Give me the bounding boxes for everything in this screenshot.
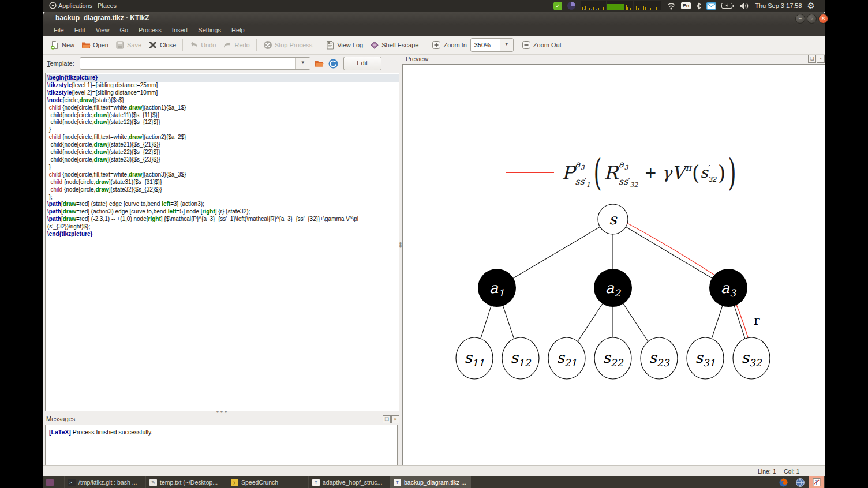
task-adaptive-hopf[interactable]: T adaptive_hopf_struc... — [308, 476, 390, 488]
system-tray: ✓ En — [553, 0, 815, 12]
node-s-label: s — [609, 211, 618, 228]
updater-check-icon[interactable]: ✓ — [553, 2, 562, 10]
undo-button[interactable]: Undo — [186, 38, 219, 52]
task-backup-diagram[interactable]: T backup_diagram.tikz ... — [390, 476, 471, 488]
template-dropdown-arrow-icon[interactable]: ▼ — [295, 58, 310, 69]
zoom-in-icon — [432, 40, 441, 50]
view-log-button[interactable]: View Log — [322, 38, 366, 52]
workspace-switcher-icon[interactable] — [46, 479, 54, 486]
menu-help[interactable]: Help — [226, 25, 250, 36]
reward-label: r — [754, 313, 760, 328]
template-toolbar: Template: ▼ Edit — [43, 55, 399, 72]
stop-process-button[interactable]: Stop Process — [260, 38, 316, 52]
tree-nodes: s a1 a2 a3 s11 s12 s21 s22 s23 s31 — [456, 204, 770, 379]
window-title: backup_diagram.tikz - KTikZ — [55, 14, 149, 22]
backup-diagram-tree: s a1 a2 a3 s11 s12 s21 s22 s23 s31 — [403, 65, 825, 466]
browse-folder-icon — [315, 59, 324, 68]
zoom-out-button[interactable]: Zoom Out — [518, 38, 565, 52]
new-button[interactable]: New — [47, 38, 78, 52]
titlebar[interactable]: backup_diagram.tikz - KTikZ – ▫ ✕ — [43, 12, 825, 25]
open-folder-icon — [81, 40, 91, 50]
preview-title: Preview — [406, 55, 428, 62]
zoom-dropdown-arrow-icon[interactable]: ▼ — [500, 39, 513, 51]
template-edit-button[interactable]: Edit — [343, 57, 381, 70]
clock-pie-icon[interactable] — [567, 2, 575, 10]
close-button[interactable]: ✕ — [818, 14, 828, 24]
taskbar: >_ /tmp/ktikz.git : bash ... ✎ temp.txt … — [43, 476, 825, 488]
redo-button[interactable]: Redo — [219, 38, 253, 52]
minimize-button[interactable]: – — [795, 14, 805, 24]
taskbar-right-icons — [776, 476, 824, 488]
latex-tag: [LaTeX] — [49, 429, 71, 436]
close-x-icon — [148, 40, 158, 50]
task-speedcrunch[interactable]: ∑ SpeedCrunch — [227, 476, 308, 488]
bluetooth-icon[interactable] — [696, 2, 701, 10]
clock[interactable]: Thu Sep 3 17:58 — [755, 2, 802, 9]
undo-arrow-icon — [189, 40, 199, 50]
ktikz-file-icon: T — [312, 479, 320, 486]
applications-menu[interactable]: Applications — [55, 0, 96, 12]
template-combobox[interactable]: ▼ — [80, 57, 310, 70]
latex-message: Process finished successfully. — [71, 429, 153, 436]
template-browse-button[interactable] — [313, 58, 325, 69]
volume-icon[interactable] — [739, 2, 750, 10]
menubar: File Edit View Go Process Insert Setting… — [43, 25, 825, 36]
top-panel: Applications Places ✓ En — [43, 0, 825, 12]
template-reload-button[interactable] — [328, 58, 339, 69]
task-terminal[interactable]: >_ /tmp/ktikz.git : bash ... — [64, 476, 145, 488]
desktop: Applications Places ✓ En — [43, 0, 825, 488]
menu-go[interactable]: Go — [114, 25, 133, 36]
save-button[interactable]: Save — [112, 38, 145, 52]
status-line: Line: 1 — [758, 468, 776, 475]
preview-float-icon[interactable]: ❏ — [808, 55, 816, 63]
open-button[interactable]: Open — [78, 38, 112, 52]
menu-process[interactable]: Process — [133, 25, 167, 36]
system-monitor-graphs-icon[interactable] — [581, 1, 661, 10]
template-value — [80, 58, 295, 69]
ktikz-alert-icon[interactable] — [809, 476, 824, 488]
menu-edit[interactable]: Edit — [69, 25, 91, 36]
zoom-level-value: 350% — [471, 42, 500, 48]
session-gear-icon[interactable]: ⚙ — [807, 1, 815, 11]
shell-escape-button[interactable]: Shell Escape — [366, 38, 422, 52]
preview-panel: P a3 ss′1 ( R a3 ss′32 + γ V π ( — [402, 64, 825, 466]
menu-view[interactable]: View — [91, 25, 115, 36]
menu-insert[interactable]: Insert — [167, 25, 193, 36]
status-col: Col: 1 — [784, 468, 799, 475]
messages-panel: [LaTeX] Process finished successfully. — [45, 425, 398, 466]
menu-settings[interactable]: Settings — [193, 25, 226, 36]
preview-close-icon[interactable]: × — [817, 55, 825, 63]
preview-dock-header: Preview ❏ × — [404, 54, 824, 64]
shell-escape-diamond-icon — [370, 40, 379, 50]
close-file-button[interactable]: Close — [145, 38, 179, 52]
code-lines: \begin{tikzpicture}\tikzstyle{level 1}=[… — [46, 73, 399, 238]
code-editor[interactable]: \begin{tikzpicture}\tikzstyle{level 1}=[… — [45, 73, 399, 411]
battery-icon[interactable] — [721, 2, 734, 9]
places-menu[interactable]: Places — [94, 0, 120, 12]
task-text-editor[interactable]: ✎ temp.txt (~/Desktop... — [145, 476, 227, 488]
menu-file[interactable]: File — [48, 25, 69, 36]
save-disk-icon — [115, 40, 125, 50]
wifi-icon[interactable] — [667, 2, 676, 10]
zoom-out-icon — [522, 40, 531, 50]
mail-icon[interactable] — [706, 2, 716, 10]
messages-title: Messages — [46, 415, 75, 422]
ktikz-file-icon: T — [394, 479, 401, 486]
reload-icon — [328, 59, 338, 69]
zoom-in-button[interactable]: Zoom In — [428, 38, 470, 52]
maximize-button[interactable]: ▫ — [807, 14, 817, 24]
keyboard-layout-indicator[interactable]: En — [681, 2, 691, 9]
messages-float-icon[interactable]: ❏ — [383, 415, 391, 423]
redo-arrow-icon — [223, 40, 232, 50]
stop-circle-icon — [263, 40, 272, 50]
speedcrunch-icon: ∑ — [231, 479, 238, 486]
firefox-icon[interactable] — [776, 476, 791, 488]
zoom-level-combo[interactable]: 350% ▼ — [470, 38, 514, 52]
messages-dock-header: Messages ❏ × — [45, 414, 398, 425]
browser-globe-icon[interactable] — [792, 476, 807, 488]
text-editor-icon: ✎ — [149, 479, 157, 486]
terminal-icon: >_ — [68, 479, 76, 486]
horizontal-splitter[interactable]: ● ● ● — [45, 410, 398, 414]
toolbar: New Open Save Close Undo Redo Stop Proce… — [43, 36, 825, 55]
messages-close-icon[interactable]: × — [391, 415, 399, 423]
